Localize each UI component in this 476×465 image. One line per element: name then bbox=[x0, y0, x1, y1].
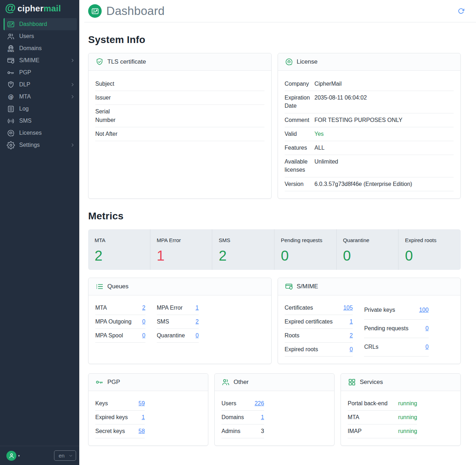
queues-table-right: MPA Error1 SMS2 Quarantine0 bbox=[157, 301, 199, 343]
sidebar-item-users[interactable]: Users bbox=[0, 30, 79, 42]
system-info-grid: TLS certificate Subject Issuer Serial Nu… bbox=[88, 53, 461, 199]
queue-quarantine-link[interactable]: 0 bbox=[196, 332, 199, 338]
pgp-keys-link[interactable]: 59 bbox=[139, 400, 145, 406]
queues-card: Queues MTA2 MPA Outgoing0 MPA Spool0 MPA… bbox=[88, 278, 272, 364]
table-row: MPA Spool0 bbox=[95, 328, 145, 342]
metric-value: 0 bbox=[281, 248, 330, 263]
sidebar-item-pgp[interactable]: PGP bbox=[0, 66, 79, 79]
card-title: TLS certificate bbox=[107, 58, 146, 65]
globe-dns-icon bbox=[7, 44, 15, 53]
table-row: Issuer bbox=[95, 91, 264, 105]
row-label: MPA Error bbox=[157, 301, 185, 315]
sidebar-item-log[interactable]: Log bbox=[0, 103, 79, 115]
page-content: System Info TLS certificate Subject Issu… bbox=[79, 22, 476, 446]
metric-value: 1 bbox=[157, 248, 206, 263]
caret-down-icon: ▾ bbox=[18, 454, 20, 458]
pgp-expired-keys-link[interactable]: 1 bbox=[141, 414, 145, 420]
sidebar-item-label: Dashboard bbox=[19, 21, 47, 27]
smime-table-left: Certificates105 Expired certificates1 Ro… bbox=[285, 301, 353, 357]
row-value bbox=[125, 130, 264, 138]
metric-label: Pending requests bbox=[281, 237, 330, 243]
metric-tile-pending-requests: Pending requests 0 bbox=[274, 229, 337, 270]
sidebar-item-label: Log bbox=[19, 106, 29, 112]
queue-mpa-spool-link[interactable]: 0 bbox=[142, 332, 145, 338]
grid-squares-icon bbox=[348, 378, 356, 386]
sidebar-footer: ▾ en bbox=[0, 446, 79, 465]
shield-dlp-icon bbox=[7, 81, 15, 89]
table-row: Not After bbox=[95, 127, 264, 141]
table-row: MTA2 bbox=[95, 301, 145, 315]
users-count-link[interactable]: 226 bbox=[255, 400, 264, 406]
ciphermail-at-icon: @ bbox=[5, 2, 16, 14]
queue-list-icon bbox=[95, 282, 104, 291]
page-header: Dashboard bbox=[79, 0, 476, 22]
section-heading-metrics: Metrics bbox=[88, 210, 461, 222]
table-row: Expiration Date2035-08-11 06:04:02 bbox=[285, 91, 454, 113]
sidebar-item-smime[interactable]: S/MIME bbox=[0, 54, 79, 66]
language-select[interactable]: en bbox=[54, 450, 76, 461]
private-keys-link[interactable]: 100 bbox=[419, 307, 429, 313]
sidebar-item-domains[interactable]: Domains bbox=[0, 42, 79, 54]
row-label: Expired certificates bbox=[285, 315, 333, 328]
sidebar-item-label: Users bbox=[19, 33, 34, 39]
roots-link[interactable]: 2 bbox=[349, 332, 353, 338]
fingerprint-check-icon bbox=[7, 129, 15, 137]
domains-count-link[interactable]: 1 bbox=[261, 414, 264, 420]
sidebar-item-dlp[interactable]: DLP bbox=[0, 79, 79, 91]
queue-mta-link[interactable]: 2 bbox=[142, 305, 145, 311]
app-window: @ ciphermail Dashboard Users Domains S/M… bbox=[0, 0, 476, 465]
table-row: Domains1 bbox=[221, 410, 264, 424]
sidebar-item-label: S/MIME bbox=[19, 57, 39, 64]
metric-value: 2 bbox=[95, 248, 144, 263]
pending-requests-link[interactable]: 0 bbox=[426, 325, 429, 331]
sidebar-item-sms[interactable]: SMS bbox=[0, 115, 79, 127]
metric-value: 0 bbox=[405, 248, 454, 263]
sidebar-nav: Dashboard Users Domains S/MIME PGP D bbox=[0, 18, 79, 151]
sidebar-item-licenses[interactable]: Licenses bbox=[0, 127, 79, 139]
metric-label: MPA Error bbox=[157, 237, 206, 243]
card-title: Queues bbox=[107, 283, 129, 290]
row-label: Quarantine bbox=[157, 328, 185, 342]
queue-mpa-outgoing-link[interactable]: 0 bbox=[142, 319, 145, 325]
sidebar-item-label: SMS bbox=[19, 118, 32, 124]
brand-logo-text: ciphermail bbox=[17, 4, 61, 14]
sidebar-item-label: Settings bbox=[19, 142, 40, 148]
sidebar-item-settings[interactable]: Settings bbox=[0, 139, 79, 151]
row-value: CipherMail bbox=[315, 80, 454, 88]
pgp-card: PGP Keys59 Expired keys1 Secret keys58 bbox=[88, 373, 208, 446]
row-label: CRLs bbox=[364, 338, 408, 356]
row-value bbox=[125, 80, 264, 88]
other-card-header: Other bbox=[215, 374, 334, 391]
other-card: Other Users226 Domains1 Admins3 bbox=[214, 373, 335, 446]
crls-link[interactable]: 0 bbox=[426, 344, 429, 350]
sidebar-item-dashboard[interactable]: Dashboard bbox=[4, 18, 77, 30]
metric-label: MTA bbox=[95, 237, 144, 243]
row-label: Features bbox=[285, 144, 312, 152]
user-menu-button[interactable]: ▾ bbox=[6, 451, 20, 461]
sidebar-item-mta[interactable]: MTA bbox=[0, 91, 79, 103]
row-label: Pending requests bbox=[364, 319, 408, 338]
row-value: 6.0.3.57g73d8f46e (Enterprise Edition) bbox=[315, 180, 454, 188]
row-label: Admins bbox=[221, 424, 244, 438]
refresh-icon bbox=[458, 8, 464, 14]
certificates-link[interactable]: 105 bbox=[343, 305, 353, 311]
pgp-secret-keys-link[interactable]: 58 bbox=[139, 428, 145, 434]
tls-certificate-card: TLS certificate Subject Issuer Serial Nu… bbox=[88, 53, 272, 199]
brand-logo: @ ciphermail bbox=[0, 0, 79, 18]
table-row: MTArunning bbox=[348, 410, 417, 424]
users-icon bbox=[7, 32, 15, 41]
expired-certificates-link[interactable]: 1 bbox=[349, 319, 353, 325]
services-card-header: Services bbox=[341, 374, 460, 391]
queue-sms-link[interactable]: 2 bbox=[196, 319, 199, 325]
table-row: Portal back-endrunning bbox=[348, 397, 417, 411]
table-row: Users226 bbox=[221, 397, 264, 411]
queue-mpa-error-link[interactable]: 1 bbox=[196, 305, 199, 311]
expired-roots-link[interactable]: 0 bbox=[349, 346, 353, 352]
table-row: MPA Outgoing0 bbox=[95, 315, 145, 328]
row-label: Expired keys bbox=[95, 410, 128, 424]
card-title: PGP bbox=[107, 379, 120, 386]
refresh-button[interactable] bbox=[457, 7, 465, 15]
table-row: FeaturesALL bbox=[285, 141, 454, 155]
metric-tile-sms: SMS 2 bbox=[212, 229, 274, 270]
smime-card-shield-icon bbox=[7, 57, 15, 65]
